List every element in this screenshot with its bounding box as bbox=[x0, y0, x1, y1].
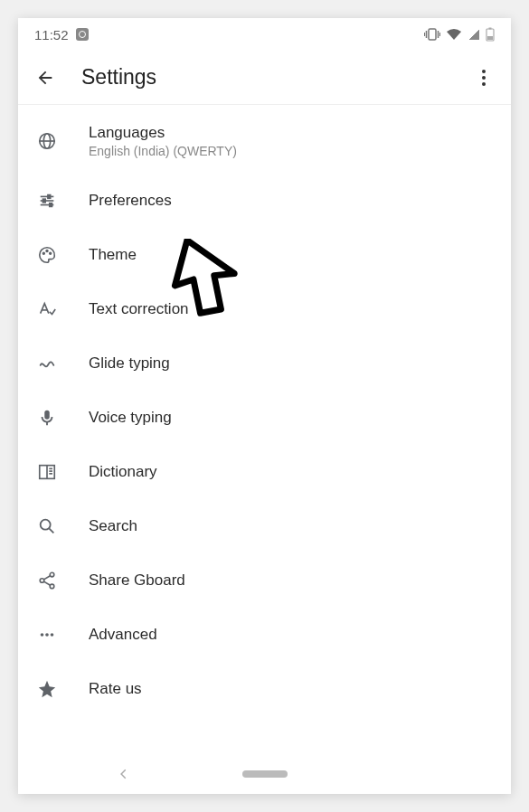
app-screen: 11:52 Settings bbox=[18, 18, 511, 794]
svg-point-35 bbox=[51, 633, 54, 637]
page-title: Settings bbox=[81, 65, 448, 90]
sliders-icon bbox=[34, 191, 60, 211]
settings-item-rate-us[interactable]: Rate us bbox=[18, 662, 511, 716]
item-sub: English (India) (QWERTY) bbox=[89, 144, 237, 158]
svg-line-27 bbox=[49, 528, 53, 533]
globe-icon bbox=[34, 131, 60, 151]
svg-rect-0 bbox=[429, 29, 436, 40]
dots-icon bbox=[34, 625, 60, 645]
item-label: Rate us bbox=[89, 680, 142, 698]
svg-point-30 bbox=[50, 584, 54, 589]
settings-item-languages[interactable]: Languages English (India) (QWERTY) bbox=[18, 109, 511, 174]
nav-back-button[interactable] bbox=[118, 768, 130, 780]
book-icon bbox=[34, 462, 60, 482]
svg-rect-16 bbox=[50, 203, 52, 207]
settings-item-preferences[interactable]: Preferences bbox=[18, 174, 511, 228]
mic-icon bbox=[34, 408, 60, 428]
app-indicator-icon bbox=[76, 28, 89, 41]
battery-icon bbox=[486, 27, 495, 42]
svg-point-34 bbox=[45, 633, 49, 637]
item-label: Share Gboard bbox=[89, 571, 185, 590]
settings-item-dictionary[interactable]: Dictionary bbox=[18, 445, 511, 499]
arrow-left-icon bbox=[35, 68, 55, 88]
svg-rect-14 bbox=[48, 195, 51, 199]
svg-point-26 bbox=[41, 520, 51, 530]
svg-point-17 bbox=[43, 252, 44, 254]
app-header: Settings bbox=[18, 51, 511, 105]
svg-rect-6 bbox=[489, 28, 492, 30]
item-label: Search bbox=[89, 517, 137, 535]
text-icon bbox=[34, 299, 60, 319]
overflow-menu-button[interactable] bbox=[473, 70, 495, 86]
svg-rect-15 bbox=[43, 199, 45, 203]
item-label: Theme bbox=[89, 246, 137, 264]
nav-home-pill[interactable] bbox=[242, 770, 288, 778]
item-label: Glide typing bbox=[89, 354, 170, 373]
svg-point-29 bbox=[40, 579, 44, 583]
svg-point-28 bbox=[50, 572, 54, 577]
squiggle-icon bbox=[34, 354, 60, 373]
wifi-icon bbox=[446, 28, 462, 41]
svg-point-18 bbox=[46, 250, 48, 252]
svg-line-32 bbox=[44, 581, 51, 585]
svg-point-19 bbox=[50, 252, 52, 254]
system-nav-bar bbox=[18, 754, 511, 794]
item-label: Dictionary bbox=[89, 463, 157, 481]
settings-item-share-gboard[interactable]: Share Gboard bbox=[18, 553, 511, 608]
svg-point-33 bbox=[41, 633, 44, 637]
svg-rect-7 bbox=[487, 36, 493, 40]
settings-item-advanced[interactable]: Advanced bbox=[18, 608, 511, 662]
status-bar: 11:52 bbox=[18, 18, 511, 51]
share-icon bbox=[34, 571, 60, 590]
item-label: Advanced bbox=[89, 626, 157, 644]
back-button[interactable] bbox=[34, 67, 56, 89]
more-vert-icon bbox=[482, 70, 486, 73]
settings-item-theme[interactable]: Theme bbox=[18, 228, 511, 282]
item-label: Preferences bbox=[89, 192, 172, 210]
vibrate-icon bbox=[424, 28, 440, 41]
settings-item-text-correction[interactable]: Text correction bbox=[18, 282, 511, 336]
settings-item-glide-typing[interactable]: Glide typing bbox=[18, 336, 511, 391]
svg-line-31 bbox=[44, 576, 51, 580]
palette-icon bbox=[34, 245, 60, 265]
item-label: Text correction bbox=[89, 300, 189, 318]
signal-icon bbox=[468, 28, 480, 41]
item-label: Languages bbox=[89, 124, 237, 142]
item-label: Voice typing bbox=[89, 409, 172, 427]
settings-item-search[interactable]: Search bbox=[18, 499, 511, 553]
search-icon bbox=[34, 516, 60, 536]
settings-list: Languages English (India) (QWERTY) Prefe… bbox=[18, 105, 511, 754]
settings-item-voice-typing[interactable]: Voice typing bbox=[18, 391, 511, 445]
status-time: 11:52 bbox=[34, 27, 69, 42]
star-icon bbox=[34, 679, 60, 699]
